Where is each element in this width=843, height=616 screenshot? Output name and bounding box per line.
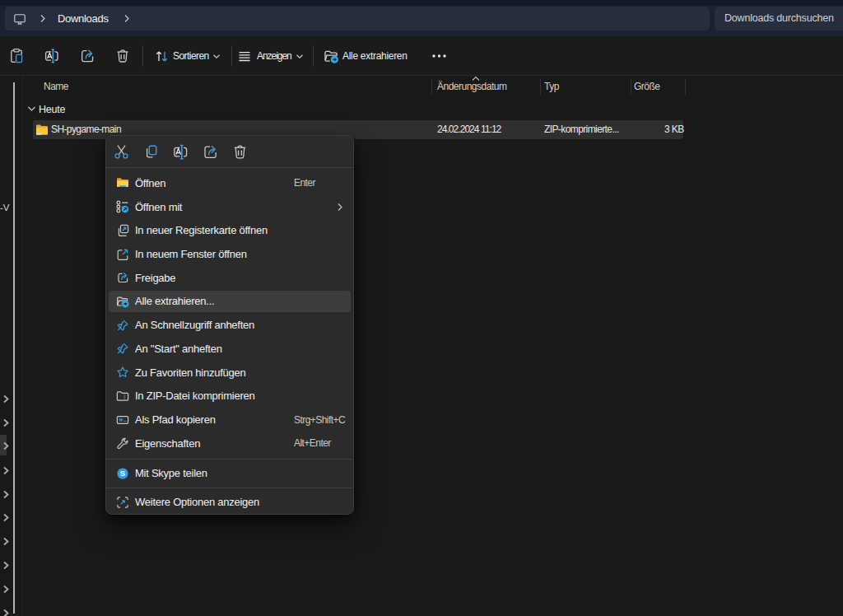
svg-text:S: S <box>120 469 125 478</box>
